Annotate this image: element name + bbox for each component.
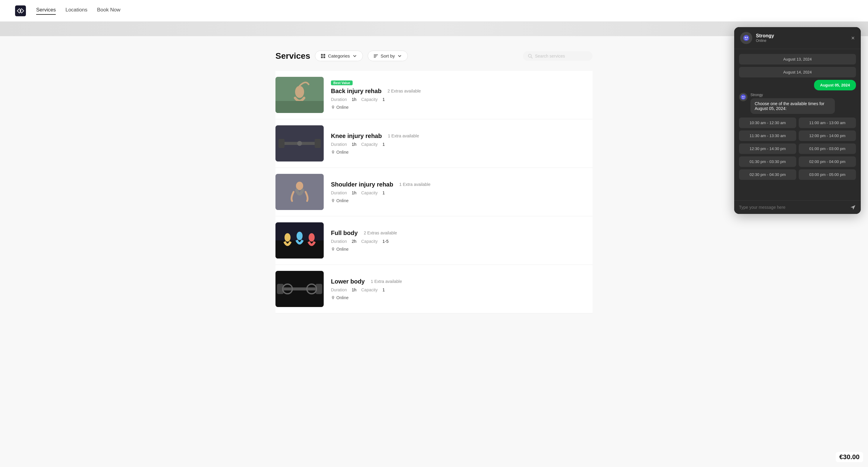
- location-label: Online: [336, 198, 348, 203]
- duration-val: 1h: [352, 190, 356, 195]
- service-item[interactable]: Full body 2 Extras available Duration 2h…: [276, 216, 592, 265]
- svg-point-26: [284, 233, 290, 242]
- time-slot-btn[interactable]: 11:30 am - 13:30 am: [739, 130, 796, 141]
- chat-message-input[interactable]: [739, 205, 847, 210]
- svg-point-27: [297, 232, 303, 240]
- svg-point-40: [741, 94, 746, 100]
- grid-icon: [321, 54, 326, 58]
- chevron-down-icon-sort: [397, 54, 402, 58]
- chat-send-btn[interactable]: [850, 204, 856, 210]
- svg-rect-3: [323, 54, 325, 56]
- sortby-filter-btn[interactable]: Sort by: [368, 51, 408, 61]
- service-meta: Duration 1h Capacity 1: [331, 97, 592, 102]
- time-slot-btn[interactable]: 02:30 pm - 04:30 pm: [739, 169, 796, 180]
- service-thumbnail: [276, 77, 324, 113]
- duration-val: 2h: [352, 239, 356, 244]
- svg-point-39: [747, 37, 748, 38]
- sort-icon: [373, 54, 378, 58]
- time-slot-btn[interactable]: 02:00 pm - 04:00 pm: [799, 156, 856, 167]
- service-location: Online: [331, 198, 592, 203]
- chat-status: Online: [756, 38, 774, 43]
- svg-point-1: [20, 10, 21, 11]
- svg-rect-5: [323, 56, 325, 58]
- categories-filter-btn[interactable]: Categories: [315, 51, 363, 61]
- chat-date-active[interactable]: August 05, 2024: [814, 80, 856, 90]
- service-thumbnail: [276, 271, 324, 307]
- time-slot-btn[interactable]: 03:00 pm - 05:00 pm: [799, 169, 856, 180]
- svg-point-42: [744, 96, 744, 97]
- service-info: Knee injury rehab 1 Extra available Dura…: [331, 125, 592, 161]
- duration-key: Duration: [331, 142, 347, 147]
- svg-point-23: [333, 199, 334, 200]
- search-input[interactable]: [535, 54, 588, 58]
- location-pin-icon: [331, 198, 335, 203]
- svg-rect-4: [321, 56, 323, 58]
- svg-rect-2: [321, 54, 323, 56]
- send-icon: [850, 204, 856, 210]
- chevron-down-icon-categories: [352, 54, 357, 58]
- svg-point-28: [309, 233, 315, 242]
- service-item[interactable]: Shoulder injury rehab 1 Extra available …: [276, 168, 592, 216]
- chat-date-option[interactable]: August 13, 2024: [739, 54, 856, 64]
- time-slot-btn[interactable]: 10:30 am - 12:30 am: [739, 118, 796, 128]
- chat-input-area: [734, 200, 861, 214]
- bot-msg-content: Strongy Choose one of the available time…: [750, 93, 856, 114]
- nav-link-booknow[interactable]: Book Now: [97, 7, 120, 15]
- time-slot-btn[interactable]: 12:30 pm - 14:30 pm: [739, 144, 796, 154]
- duration-val: 1h: [352, 287, 356, 292]
- capacity-val: 1: [382, 287, 385, 292]
- chat-panel: Strongy Online × August 13, 2024August 1…: [734, 27, 861, 214]
- time-slot-btn[interactable]: 12:00 pm - 14:00 pm: [799, 130, 856, 141]
- service-extras: 1 Extra available: [399, 182, 431, 187]
- location-pin-icon: [331, 247, 335, 251]
- service-location: Online: [331, 105, 592, 110]
- capacity-key: Capacity: [361, 142, 378, 147]
- capacity-key: Capacity: [361, 287, 378, 292]
- capacity-val: 1: [382, 190, 385, 195]
- service-info: Shoulder injury rehab 1 Extra available …: [331, 174, 592, 210]
- nav-link-services[interactable]: Services: [36, 7, 56, 15]
- service-thumbnail: [276, 125, 324, 161]
- location-label: Online: [336, 295, 348, 300]
- svg-rect-17: [278, 139, 284, 148]
- bot-message-row: Strongy Choose one of the available time…: [739, 93, 856, 114]
- service-badge: Best Value: [331, 81, 352, 85]
- capacity-val: 1: [382, 142, 385, 147]
- nav-logo: [14, 5, 27, 17]
- service-location: Online: [331, 150, 592, 155]
- service-thumbnail: [276, 174, 324, 210]
- service-name: Shoulder injury rehab: [331, 181, 393, 188]
- capacity-key: Capacity: [361, 239, 378, 244]
- chat-close-btn[interactable]: ×: [851, 35, 855, 41]
- bot-avatar-icon: [743, 34, 750, 41]
- service-thumbnail: [276, 222, 324, 258]
- sortby-label: Sort by: [381, 53, 395, 58]
- service-extras: 1 Extra available: [388, 133, 419, 138]
- capacity-key: Capacity: [361, 97, 378, 102]
- svg-line-10: [531, 57, 532, 58]
- service-location: Online: [331, 295, 592, 300]
- svg-point-14: [333, 106, 334, 107]
- service-info: Best Value Back injury rehab 2 Extras av…: [331, 77, 592, 113]
- service-item[interactable]: Lower body 1 Extra available Duration 1h…: [276, 265, 592, 313]
- time-slot-btn[interactable]: 01:00 pm - 03:00 pm: [799, 144, 856, 154]
- nav-link-locations[interactable]: Locations: [65, 7, 87, 15]
- time-slot-btn[interactable]: 01:30 pm - 03:30 pm: [739, 156, 796, 167]
- service-info: Lower body 1 Extra available Duration 1h…: [331, 271, 592, 307]
- service-item[interactable]: Best Value Back injury rehab 2 Extras av…: [276, 71, 592, 119]
- time-slot-btn[interactable]: 11:00 am - 13:00 am: [799, 118, 856, 128]
- page-header: Services Categories Sort by: [276, 51, 592, 61]
- chat-date-option[interactable]: August 14, 2024: [739, 67, 856, 77]
- svg-rect-18: [315, 139, 321, 148]
- service-location: Online: [331, 247, 592, 252]
- chat-messages: August 13, 2024August 14, 2024August 05,…: [734, 49, 861, 200]
- service-item[interactable]: Knee injury rehab 1 Extra available Dura…: [276, 119, 592, 168]
- service-list: Best Value Back injury rehab 2 Extras av…: [276, 71, 592, 313]
- svg-point-37: [743, 35, 749, 41]
- service-extras: 2 Extras available: [364, 230, 397, 235]
- search-container: [523, 51, 592, 61]
- capacity-val: 1: [382, 97, 385, 102]
- duration-key: Duration: [331, 190, 347, 195]
- svg-rect-31: [280, 287, 319, 290]
- service-extras: 1 Extra available: [371, 279, 402, 284]
